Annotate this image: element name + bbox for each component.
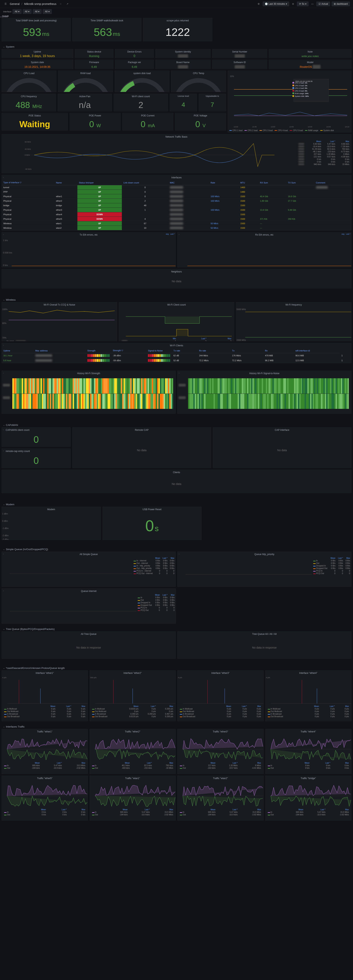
panel-network-traffic: Network Traffic Basic 60 kb/s 20 kb/s 0 … — [2, 134, 351, 173]
panel-serial: Serial Numberhidden — [212, 49, 267, 58]
table-header[interactable]: Comment — [315, 180, 351, 185]
wifi-ccq-chart[interactable]: 100%80%70% — [2, 307, 117, 340]
time-range-picker[interactable]: 🕓 Last 30 minutes ▾ — [263, 2, 289, 6]
panel-wifi-freq: Wi-Fi frequency 5500 MHz2000 MHz — [236, 302, 351, 341]
table-row[interactable]: PPPUP0XX:XX:XX:XX1480 — [2, 190, 351, 194]
table-row[interactable]: Physicalether1UP0XX:XX:XX:XX100 Mb/s1500… — [2, 194, 351, 199]
traffic-chart[interactable] — [2, 734, 87, 764]
panel-uptime: Uptime1 week, 3 days, 19 hours — [2, 49, 73, 58]
table-header[interactable]: MAC — [168, 180, 209, 185]
zoom-out-icon[interactable]: ⊖ — [291, 2, 296, 6]
panel-poe-status: POE StatusWaiting — [2, 113, 68, 130]
svg-text:4 p/s: 4 p/s — [178, 676, 182, 679]
section-tree-queue-header[interactable]: ⌄Tree Queue (Bytes/PCQ/Dropped/Packets) — [0, 625, 353, 631]
traffic-chart[interactable] — [2, 781, 87, 811]
actual-button[interactable]: ☑ Actual — [316, 2, 330, 6]
menu-icon[interactable]: ☰ — [3, 2, 8, 6]
traffic-chart[interactable] — [90, 781, 175, 811]
table-row[interactable]: Physicalether2UP2XX:XX:XX:XX100 Mb/s1500… — [2, 199, 351, 203]
table-row[interactable]: tunnelUP0XX:XX:XX:XX1400x — [2, 185, 351, 190]
var-filter-1[interactable]: All ▾ — [23, 9, 32, 14]
panel-wifi-client-count: Wi-Fi Client count MinLast *Max122001 — [119, 302, 234, 341]
share-icon[interactable]: ↗ — [65, 2, 70, 6]
cast-chart[interactable]: 4 p/s — [266, 676, 351, 706]
section-if-traffic-header[interactable]: ⌄Interfaces Traffic — [0, 723, 353, 729]
svg-text:60 kb/s: 60 kb/s — [25, 141, 31, 143]
table-row[interactable]: Physicalether5DOWN4XX:XX:XX:XX1500371 Ki… — [2, 217, 351, 221]
panel-traffic: Traffic "wlan1"MeanLast *Max In665 kb/s5… — [89, 776, 176, 821]
refresh-button[interactable]: ⟳ 5s ▾ — [297, 2, 308, 6]
table-row[interactable]: Physicalether4DOWNXX:XX:XX:XX1500 — [2, 212, 351, 217]
table-header[interactable]: RX Sum — [258, 180, 286, 185]
traffic-chart[interactable] — [178, 781, 263, 811]
breadcrumb-root[interactable]: General — [10, 2, 19, 5]
section-modem-header[interactable]: ⌄Modem — [0, 501, 353, 507]
all-simple-queue-chart[interactable] — [2, 557, 132, 587]
panel-capsman-clients: ClientsNo data — [2, 469, 351, 493]
breadcrumb-page[interactable]: Mikrotik snmp prometheus — [24, 2, 56, 5]
tx-errors-chart[interactable]: 1 b/s0.500 b/s0 b/s — [2, 237, 175, 267]
dashboard-button[interactable]: ⊞ dashboard — [332, 2, 350, 6]
section-capsman-header[interactable]: ⌄CAPsMAN — [0, 421, 353, 427]
var-filter-3[interactable]: All ▾ — [43, 9, 51, 14]
table-header[interactable]: Status link/oper — [77, 180, 122, 185]
panel-traffic: Traffic "bridge"MeanLast *Max In665 kb/s… — [265, 776, 351, 821]
topbar: ☰ General / Mikrotik snmp prometheus ☆ ↗… — [0, 0, 353, 8]
table-row[interactable]: Wirelesswlan2UP10XX:XX:XX:XX50 Mb/s1500-… — [2, 226, 351, 230]
table-header[interactable]: Link down count — [122, 180, 168, 185]
interfaces-table: Type of interface ▽NameStatus link/operL… — [2, 180, 351, 230]
section-snmp-header[interactable]: ⌄SNMP — [0, 15, 353, 18]
table-row[interactable]: 5.6 hourXX:XX:XX:XX:XX-59 dBm52 dB72.2 M… — [2, 358, 351, 363]
section-simple-queue-header[interactable]: ⌄Simple Queue (In/Out/Dropped/PCQ) — [0, 546, 353, 552]
panel-traffic: Traffic "ether2"MeanLast *Max In40.2 kb/… — [89, 729, 176, 774]
http-queue-chart[interactable] — [178, 557, 312, 587]
var-interface[interactable]: All ▾ — [13, 9, 21, 14]
table-header[interactable]: MTU — [239, 180, 258, 185]
panel-snmp-pdus: scrape pdus returned 1222 — [143, 18, 212, 41]
panel-rx-errors: ⌄ Rx Eth errors, etc avgLast * — [177, 232, 351, 267]
strength-heatmap[interactable] — [11, 377, 174, 410]
table-row[interactable]: bridgebridgeUP48XX:XX:XX:XX1500 — [2, 203, 351, 208]
cast-chart[interactable]: 4 p/s — [178, 676, 263, 706]
rx-errors-chart[interactable] — [178, 237, 351, 267]
traffic-chart[interactable] — [266, 734, 351, 764]
cast-chart[interactable]: 300 p/s — [90, 676, 175, 706]
breadcrumb: General / Mikrotik snmp prometheus — [10, 2, 56, 5]
panel-collapse-icon[interactable]: ⌄ — [3, 176, 4, 178]
panel-poe-power: POE Power0 W — [70, 113, 121, 130]
table-header[interactable]: Type of interface ▽ — [2, 180, 54, 185]
internet-queue-chart[interactable] — [2, 594, 137, 624]
var-interface-label: interface — [3, 10, 11, 13]
modem-chart[interactable]: 1 dBm0 dBm-1 dBm-2 dBm-3 dBm — [2, 512, 101, 540]
section-wireless-header[interactable]: ⌄Wireless — [0, 296, 353, 302]
cast-chart[interactable]: 4 p/s — [2, 676, 87, 706]
panel-cast-3: Interface "ether4"4 p/sMeanLast *Max In … — [265, 670, 351, 721]
table-header[interactable]: TX Sum — [286, 180, 315, 185]
table-row[interactable]: Wirelesswlan1UP67XX:XX:XX:XX50 Mb/s1500-… — [2, 221, 351, 226]
traffic-chart[interactable] — [178, 734, 263, 764]
table-header[interactable]: Name — [54, 180, 77, 185]
traffic-chart[interactable] — [90, 734, 175, 764]
table-row[interactable]: Physicalether3UP1XX:XX:XX:XX100 Mb/s1500… — [2, 208, 351, 212]
panel-cast-1: Interface "ether2"300 p/sMeanLast *Max I… — [89, 670, 176, 721]
panel-wifi-snr-history: ⌄ History Wi-Fi Signal-to-Noise — [177, 371, 351, 414]
panel-system-chart: 10% 2021-10-19 14:09:35 CPU 2 load: 1%CP… — [227, 70, 351, 132]
traffic-chart[interactable] — [266, 781, 351, 811]
snr-heatmap[interactable] — [187, 377, 350, 410]
panel-all-simple-queue: ⌄All Simple Queue MeanLast *Max In - int… — [2, 552, 176, 587]
section-system-header[interactable]: ⌄System — [0, 43, 353, 49]
table-row[interactable]: 16.1 hourXX:XX:XX:XX:XX-39 dBm62 dB244 M… — [2, 353, 351, 358]
var-filter-2[interactable]: All ▾ — [33, 9, 41, 14]
network-traffic-chart[interactable]: 60 kb/s 20 kb/s 0 kb/s -30 kb/s — [2, 139, 296, 171]
table-header[interactable]: Rate — [209, 180, 239, 185]
panel-swid: Software IDhidden — [212, 60, 267, 69]
panel-sysdate: System date19.10.2021, 14:09:35 — [2, 60, 73, 69]
wifi-freq-chart[interactable]: 5500 MHz2000 MHz — [236, 307, 351, 341]
section-cast-header[interactable]: ⌄*cast/Dascard/Errors/Unknown Protos/Que… — [0, 664, 353, 670]
star-icon[interactable]: ☆ — [58, 2, 63, 6]
gear-icon[interactable]: ⚙ — [256, 2, 261, 6]
wifi-client-chart[interactable] — [119, 307, 234, 337]
system-load-chart[interactable]: 10% 2021-10-19 14:09:35 — [228, 71, 351, 129]
monitor-icon[interactable]: ▭ — [310, 2, 315, 6]
svg-text:2000 MHz: 2000 MHz — [237, 339, 246, 341]
